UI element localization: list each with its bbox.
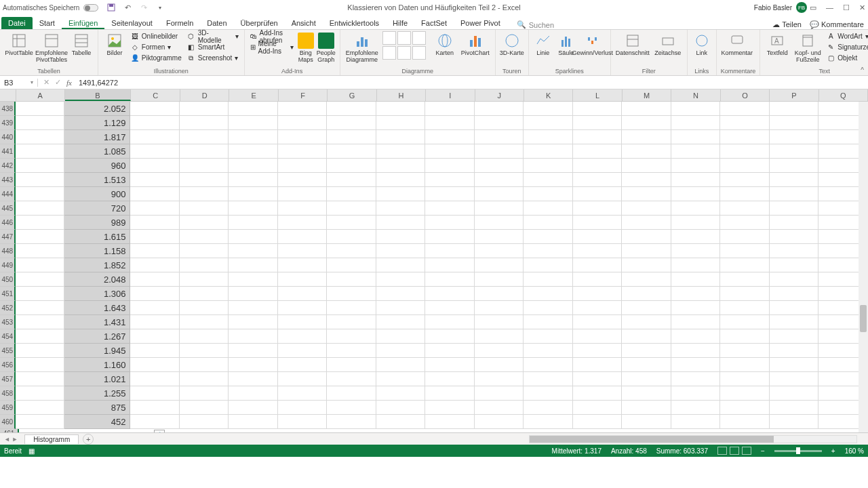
cell[interactable] (180, 358, 229, 372)
cell[interactable] (327, 144, 376, 159)
cell[interactable] (327, 372, 376, 386)
cell[interactable]: 1.255 (64, 386, 130, 401)
cell[interactable] (229, 173, 278, 187)
bing-maps-button[interactable]: Bing Maps (298, 31, 314, 64)
cell[interactable] (130, 144, 180, 159)
cell[interactable] (425, 244, 475, 258)
cell[interactable] (770, 344, 819, 358)
qat-customize-icon[interactable]: ▾ (155, 3, 165, 12)
cell[interactable] (475, 415, 524, 429)
cell[interactable] (229, 344, 278, 358)
col-header-F[interactable]: F (279, 89, 328, 101)
cell[interactable] (475, 315, 524, 329)
cell[interactable] (671, 187, 721, 201)
col-header-L[interactable]: L (573, 89, 622, 101)
cell[interactable] (524, 130, 573, 144)
col-header-P[interactable]: P (770, 89, 818, 101)
cell[interactable] (475, 187, 524, 201)
cell[interactable] (720, 173, 770, 187)
macro-record-icon[interactable]: ▦ (28, 447, 35, 455)
cell[interactable] (720, 159, 770, 173)
cell[interactable] (130, 173, 180, 187)
col-header-N[interactable]: N (671, 89, 720, 101)
cell[interactable] (229, 315, 278, 329)
col-header-I[interactable]: I (426, 89, 475, 101)
cell[interactable] (16, 130, 64, 144)
tab-seitenlayout[interactable]: Seitenlayout (104, 17, 159, 29)
save-icon[interactable] (106, 3, 116, 12)
cell[interactable] (475, 159, 524, 173)
3d-models-button[interactable]: ⬡3D-Modelle ▾ (186, 31, 240, 41)
cell[interactable] (770, 102, 819, 116)
comment-button[interactable]: Kommentar (721, 31, 753, 57)
cell[interactable] (376, 401, 426, 415)
cell[interactable] (475, 230, 524, 244)
cell[interactable] (425, 358, 475, 372)
cell[interactable] (278, 401, 328, 415)
textbox-button[interactable]: ATextfeld (764, 31, 790, 57)
cell[interactable] (229, 201, 278, 216)
cell[interactable] (475, 386, 524, 401)
cell[interactable] (671, 173, 721, 187)
cell[interactable] (671, 201, 721, 216)
cell[interactable] (130, 386, 180, 401)
cell[interactable] (376, 287, 426, 301)
col-header-B[interactable]: B (65, 89, 132, 101)
cell[interactable] (327, 201, 376, 216)
cell[interactable] (770, 173, 819, 187)
cell[interactable] (475, 301, 524, 315)
row-header[interactable]: 458 (0, 386, 16, 401)
tab-powerpivot[interactable]: Power Pivot (454, 17, 507, 29)
cell[interactable] (720, 401, 770, 415)
cell[interactable] (180, 272, 229, 287)
cell[interactable] (720, 372, 770, 386)
row-header[interactable]: 455 (0, 344, 16, 358)
cell[interactable] (524, 272, 573, 287)
col-header-H[interactable]: H (377, 89, 426, 101)
cell[interactable] (16, 201, 64, 216)
pictures-button[interactable]: Bilder (102, 31, 127, 57)
cell[interactable] (573, 244, 623, 258)
cell[interactable] (573, 358, 623, 372)
horizontal-scrollbar[interactable] (529, 435, 857, 443)
cell[interactable] (475, 344, 524, 358)
cell[interactable] (524, 315, 573, 329)
cell[interactable] (475, 329, 524, 344)
name-box[interactable]: B3▾ (0, 79, 38, 87)
cell[interactable] (376, 102, 426, 116)
cell[interactable] (376, 244, 426, 258)
sparkline-line-button[interactable]: Linie (533, 31, 553, 57)
tab-factset[interactable]: FactSet (414, 17, 454, 29)
cell[interactable] (130, 272, 180, 287)
cell[interactable] (180, 159, 229, 173)
cell[interactable]: 1.431 (64, 315, 130, 329)
cell[interactable] (770, 244, 819, 258)
chart-bar-icon[interactable] (382, 46, 396, 60)
row-header[interactable]: 459 (0, 401, 16, 415)
cell[interactable] (130, 315, 180, 329)
chart-line-icon[interactable] (397, 31, 411, 45)
tab-einfuegen[interactable]: Einfügen (62, 17, 104, 29)
cell[interactable] (425, 386, 475, 401)
cell[interactable] (622, 287, 671, 301)
zoom-level[interactable]: 160 % (845, 447, 864, 455)
cell[interactable] (720, 415, 770, 429)
row-header[interactable]: 453 (0, 315, 16, 329)
col-header-A[interactable]: A (16, 89, 65, 101)
cell[interactable] (16, 287, 64, 301)
cell[interactable] (573, 159, 623, 173)
cell[interactable] (425, 173, 475, 187)
col-header-E[interactable]: E (229, 89, 278, 101)
formula-input[interactable]: 1491,64272 (76, 79, 868, 87)
cell[interactable] (671, 386, 721, 401)
cell[interactable] (770, 315, 819, 329)
cell[interactable] (327, 159, 376, 173)
cell[interactable] (524, 344, 573, 358)
cell[interactable] (770, 201, 819, 216)
sheet-tab-histogramm[interactable]: Histogramm (24, 434, 79, 444)
cell[interactable] (622, 344, 671, 358)
cell[interactable] (16, 144, 64, 159)
cell[interactable] (180, 173, 229, 187)
cell[interactable] (130, 372, 180, 386)
cell[interactable] (278, 415, 328, 429)
